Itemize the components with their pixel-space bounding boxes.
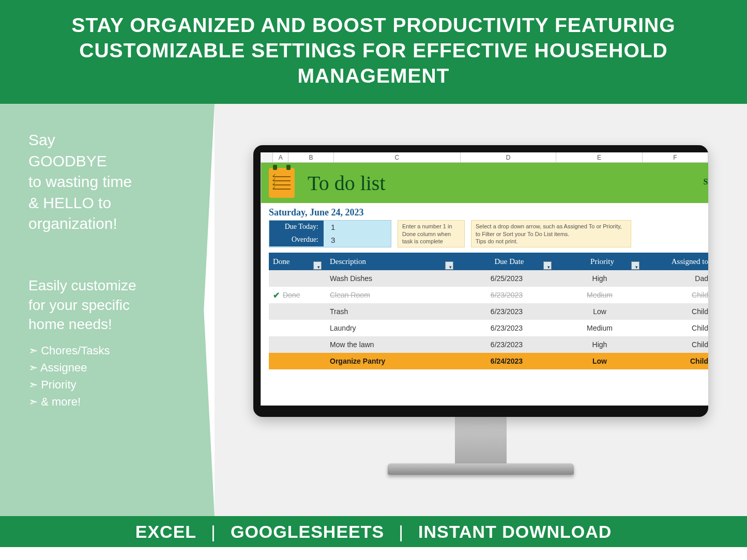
platform-googlesheets: GOOGLESHEETS xyxy=(231,522,384,542)
right-panel: A B C D E F xyxy=(215,104,747,516)
intro-line: organization! xyxy=(28,213,189,235)
intro-line: Say xyxy=(28,130,189,151)
header-done[interactable]: Done xyxy=(269,257,326,266)
col-header[interactable]: A xyxy=(273,152,288,162)
cell-assigned-to[interactable]: Child xyxy=(644,291,708,299)
monitor-stand-base xyxy=(388,463,574,475)
intro-block: Say GOODBYE to wasting time & HELLO to o… xyxy=(28,130,189,235)
cell-description[interactable]: Mow the lawn xyxy=(326,340,458,349)
task-rows: Wash Dishes6/25/2023HighDad✔DoneClean Ro… xyxy=(261,270,708,369)
cell-description[interactable]: Laundry xyxy=(326,324,458,332)
task-row[interactable]: Laundry6/23/2023MediumChild xyxy=(269,320,708,336)
bullet-item: Priority xyxy=(28,376,189,393)
intro-line: GOODBYE xyxy=(28,151,189,172)
col-header[interactable]: B xyxy=(288,152,334,162)
mid-section: Say GOODBYE to wasting time & HELLO to o… xyxy=(0,104,747,516)
task-row[interactable]: Mow the lawn6/23/2023HighChild xyxy=(269,336,708,353)
bottom-banner: EXCEL | GOOGLESHEETS | INSTANT DOWNLOAD xyxy=(0,516,747,547)
header-asgn-label: Assigned to xyxy=(672,257,708,266)
filter-icon[interactable] xyxy=(543,261,552,270)
cell-description[interactable]: Organize Pantry xyxy=(326,357,458,365)
filter-icon[interactable] xyxy=(631,261,639,270)
col-header[interactable]: E xyxy=(556,152,642,162)
header-due-date[interactable]: Due Date xyxy=(458,257,556,266)
monitor-stand-neck xyxy=(455,417,507,463)
cell-due-date[interactable]: 6/23/2023 xyxy=(458,307,556,316)
overdue-label: Overdue: xyxy=(269,234,324,246)
intro-line: to wasting time xyxy=(28,172,189,193)
cell-due-date[interactable]: 6/24/2023 xyxy=(458,357,556,365)
instant-download: INSTANT DOWNLOAD xyxy=(418,522,612,542)
cell-description[interactable]: Wash Dishes xyxy=(326,274,458,283)
header-done-label: Done xyxy=(273,257,290,266)
intro-line: & HELLO to xyxy=(28,193,189,214)
header-desc-label: Description xyxy=(330,257,366,266)
cell-priority[interactable]: Low xyxy=(556,357,644,365)
task-row[interactable]: Trash6/23/2023LowChild xyxy=(269,303,708,320)
cell-assigned-to[interactable]: Child xyxy=(644,324,708,332)
cell-due-date[interactable]: 6/25/2023 xyxy=(458,274,556,283)
title-suffix: SE xyxy=(703,177,708,186)
filter-icon[interactable] xyxy=(313,261,322,270)
cell-done[interactable]: ✔Done xyxy=(269,290,326,300)
header-priority[interactable]: Priority xyxy=(556,257,644,266)
col-header[interactable]: C xyxy=(334,152,461,162)
tip-box-2: Select a drop down arrow, such as Assign… xyxy=(471,220,631,247)
monitor-frame: A B C D E F xyxy=(253,145,708,417)
due-summary-box: Due Today: 1 Overdue: 3 xyxy=(269,220,391,247)
bullet-item: Chores/Tasks xyxy=(28,342,189,359)
summary-row: Due Today: 1 Overdue: 3 Enter a number 1… xyxy=(261,220,708,253)
bullet-item: & more! xyxy=(28,393,189,410)
bullet-list: Chores/Tasks Assignee Priority & more! xyxy=(28,342,189,410)
task-table-header: Done Description Due Date Priority Assig… xyxy=(269,253,708,270)
col-header[interactable]: F xyxy=(643,152,708,162)
left-panel: Say GOODBYE to wasting time & HELLO to o… xyxy=(0,104,215,516)
header-assigned-to[interactable]: Assigned to xyxy=(644,257,708,266)
corner-cell xyxy=(261,152,273,162)
customize-line: Easily customize xyxy=(28,276,189,295)
task-row[interactable]: Wash Dishes6/25/2023HighDad xyxy=(269,270,708,287)
clipboard-icon xyxy=(269,168,295,198)
sheet-title-bar: To do list SE xyxy=(261,163,708,203)
tip-box-1: Enter a number 1 in Done column when tas… xyxy=(398,220,465,247)
cell-assigned-to[interactable]: Child xyxy=(644,340,708,349)
column-headers: A B C D E F xyxy=(261,152,708,163)
task-row[interactable]: ✔DoneClean Room6/23/2023MediumChild xyxy=(269,287,708,303)
customize-line: for your specific xyxy=(28,295,189,315)
due-today-value: 1 xyxy=(324,221,391,234)
separator: | xyxy=(211,522,216,542)
check-icon: ✔ xyxy=(273,290,280,300)
cell-description[interactable]: Clean Room xyxy=(326,291,458,299)
cell-assigned-to[interactable]: Child xyxy=(644,357,708,365)
header-description[interactable]: Description xyxy=(326,257,458,266)
header-date-label: Due Date xyxy=(494,257,524,266)
cell-priority[interactable]: Low xyxy=(556,307,644,316)
monitor-mockup: A B C D E F xyxy=(253,145,708,475)
header-prio-label: Priority xyxy=(590,257,614,266)
bullet-item: Assignee xyxy=(28,359,189,376)
cell-description[interactable]: Trash xyxy=(326,307,458,316)
cell-priority[interactable]: Medium xyxy=(556,291,644,299)
filter-icon[interactable] xyxy=(445,261,453,270)
platform-excel: EXCEL xyxy=(135,522,196,542)
spreadsheet-screen: A B C D E F xyxy=(261,152,708,406)
overdue-value: 3 xyxy=(324,234,391,246)
due-today-label: Due Today: xyxy=(269,221,324,234)
separator: | xyxy=(399,522,404,542)
cell-due-date[interactable]: 6/23/2023 xyxy=(458,324,556,332)
cell-due-date[interactable]: 6/23/2023 xyxy=(458,291,556,299)
customize-block: Easily customize for your specific home … xyxy=(28,276,189,334)
task-row[interactable]: Organize Pantry6/24/2023LowChild xyxy=(269,353,708,369)
col-header[interactable]: D xyxy=(461,152,557,162)
top-banner: STAY ORGANIZED AND BOOST PRODUCTIVITY FE… xyxy=(0,0,747,104)
cell-priority[interactable]: Medium xyxy=(556,324,644,332)
cell-priority[interactable]: High xyxy=(556,274,644,283)
cell-assigned-to[interactable]: Dad xyxy=(644,274,708,283)
sheet-title: To do list xyxy=(308,171,386,195)
cell-assigned-to[interactable]: Child xyxy=(644,307,708,316)
cell-due-date[interactable]: 6/23/2023 xyxy=(458,340,556,349)
customize-line: home needs! xyxy=(28,315,189,334)
current-date: Saturday, June 24, 2023 xyxy=(261,203,708,220)
cell-priority[interactable]: High xyxy=(556,340,644,349)
